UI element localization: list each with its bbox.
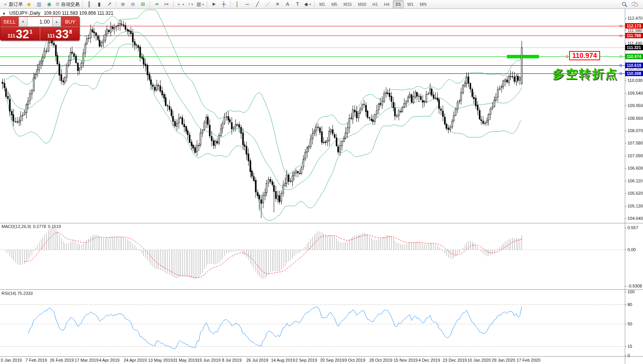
rsi-pane-separator[interactable] <box>0 289 643 290</box>
community-chat-icon[interactable] <box>631 2 638 7</box>
price-tick-label: 109.050 <box>628 103 643 108</box>
price-tick-mark <box>625 131 626 131</box>
volume-decrease-button[interactable]: ▼ <box>19 17 27 27</box>
quotes-button[interactable]: ◆ <box>24 0 34 8</box>
date-label: 20 Sep 2019 <box>320 358 344 362</box>
signals-icon: ◉ <box>47 0 51 8</box>
signals-button[interactable]: ◉ <box>44 0 54 8</box>
timeframe-button-w1[interactable]: W1 <box>404 0 416 8</box>
toolbar-separator <box>82 1 83 8</box>
fibonacci-button[interactable]: ≡ <box>273 0 283 8</box>
date-label: 17 Mar 2019 <box>75 358 99 362</box>
sell-button[interactable]: SELL <box>0 17 19 27</box>
timeframe-button-mn[interactable]: MN <box>417 0 429 8</box>
timeframe-button-m15[interactable]: M15 <box>341 0 354 8</box>
chart-shift-button[interactable]: ↦ <box>162 0 172 8</box>
date-label: 19 Jun 2019 <box>197 358 221 362</box>
timeframe-button-h1[interactable]: H1 <box>370 0 380 8</box>
timeframe-button-m1[interactable]: M1 <box>317 0 328 8</box>
line-endpoint-marker <box>620 25 622 27</box>
timeframe-button-d1[interactable]: D1 <box>393 0 404 8</box>
macd-pane-separator[interactable] <box>0 223 643 223</box>
candlestick-chart-button[interactable]: ▮ <box>94 0 104 8</box>
main-toolbar: ＋新订单◆▥◉⚙自动交易║▮↗⊕⊖⊞↠↦＋▾◔▾▦▾➤┼│─╱⋰≡AT◆▾ M1… <box>0 0 643 9</box>
timeframe-button-m30[interactable]: M30 <box>355 0 369 8</box>
date-label: 14 Aug 2019 <box>271 358 295 362</box>
rsi-value: 75.2333 <box>17 291 33 296</box>
price-tick-mark <box>625 68 626 68</box>
buy-price-prefix: 111 <box>47 33 55 39</box>
price-badge: 111.321 <box>625 45 643 50</box>
one-click-trading-panel: SELL ▼ ▲ BUY 111 32 1 111 33 8 <box>0 16 80 41</box>
price-tick-label: 106.600 <box>628 166 643 170</box>
horizontal-line-button[interactable]: ─ <box>242 0 252 8</box>
indicators-button[interactable]: ＋▾ <box>175 0 185 8</box>
text-button[interactable]: A <box>283 0 293 8</box>
buy-price-display[interactable]: 111 33 8 <box>40 27 80 41</box>
auto-scroll-button[interactable]: ↠ <box>152 0 162 8</box>
crosshair-button[interactable]: ┼ <box>219 0 229 8</box>
rsi-label: RSI(14) 75.2333 <box>2 291 33 296</box>
sell-price-display[interactable]: 111 32 1 <box>0 27 40 41</box>
macd-tick-mark <box>625 228 626 228</box>
market-depth-button[interactable]: ▥ <box>34 0 44 8</box>
collapse-trade-panel-icon[interactable]: ▲ <box>2 11 6 15</box>
shapes-button[interactable]: ◆▾ <box>303 0 313 8</box>
price-tick-mark <box>625 31 626 31</box>
buy-button[interactable]: BUY <box>61 17 79 27</box>
candlestick-chart-icon: ▮ <box>98 0 101 8</box>
new-order-button[interactable]: ＋新订单 <box>2 0 24 8</box>
toolbar-separator <box>116 1 116 8</box>
toolbar-separator <box>207 1 207 8</box>
rsi-tick-mark <box>625 346 626 347</box>
rsi-tick-label: 15 <box>628 344 632 349</box>
chart-shift-icon: ↦ <box>164 0 169 8</box>
search-icon[interactable] <box>622 2 628 7</box>
price-tick-mark <box>625 118 626 119</box>
cursor-button[interactable]: ➤ <box>209 0 219 8</box>
price-tick-label: 112.470 <box>628 16 643 20</box>
date-label: 9 Oct 2019 <box>345 358 365 362</box>
chevron-down-icon: ▾ <box>182 3 184 6</box>
tile-windows-button[interactable]: ⊞ <box>138 0 148 8</box>
price-chart-canvas[interactable] <box>0 0 643 364</box>
templates-button[interactable]: ▦▾ <box>195 0 205 8</box>
macd-tick-label: 0.00 <box>628 247 636 252</box>
equidistant-channel-button[interactable]: ⋰ <box>263 0 273 8</box>
chart-ohlc-values: 109.920 111.583 109.856 111.321 <box>44 10 113 16</box>
toolbar-separator <box>173 1 174 8</box>
trendline-button[interactable]: ╱ <box>252 0 263 8</box>
zoom-in-button[interactable]: ⊕ <box>118 0 128 8</box>
text-icon: A <box>286 0 289 8</box>
price-tick-label: 106.110 <box>628 179 643 183</box>
auto-trading-button[interactable]: ⚙自动交易 <box>54 0 81 8</box>
zoom-out-button[interactable]: ⊖ <box>128 0 138 8</box>
buy-price-big: 33 <box>55 29 68 40</box>
date-label: 2 Sep 2019 <box>295 358 317 362</box>
date-label: 23 Dec 2019 <box>443 358 467 362</box>
date-label: 28 Oct 2019 <box>369 358 392 362</box>
price-tick-label: 104.640 <box>628 216 643 221</box>
line-endpoint-marker <box>620 56 622 58</box>
quotes-icon: ◆ <box>27 0 31 8</box>
mt4-terminal: ＋新订单◆▥◉⚙自动交易║▮↗⊕⊖⊞↠↦＋▾◔▾▦▾➤┼│─╱⋰≡AT◆▾ M1… <box>0 0 643 364</box>
sell-price-prefix: 111 <box>7 33 15 39</box>
auto-scroll-icon: ↠ <box>154 0 159 8</box>
bar-chart-button[interactable]: ║ <box>84 0 94 8</box>
timeframe-button-h4[interactable]: H4 <box>381 0 392 8</box>
line-chart-button[interactable]: ↗ <box>104 0 114 8</box>
volume-input[interactable] <box>27 17 52 27</box>
price-tick-label: 108.560 <box>628 116 643 121</box>
vertical-line-button[interactable]: │ <box>232 0 242 8</box>
periods-button[interactable]: ◔▾ <box>185 0 195 8</box>
price-tick-mark <box>625 43 626 44</box>
date-label: 15 Nov 2019 <box>394 358 418 362</box>
price-level-flag[interactable]: 110.974 <box>569 51 600 60</box>
volume-increase-button[interactable]: ▲ <box>52 17 61 27</box>
date-label: 4 Dec 2019 <box>418 358 440 362</box>
timeframe-button-m5[interactable]: M5 <box>329 0 340 8</box>
date-label: 31 May 2019 <box>173 358 198 362</box>
text-label-button[interactable]: T <box>293 0 303 8</box>
trendline-icon: ╱ <box>256 0 259 8</box>
chevron-down-icon: ▾ <box>191 3 193 6</box>
